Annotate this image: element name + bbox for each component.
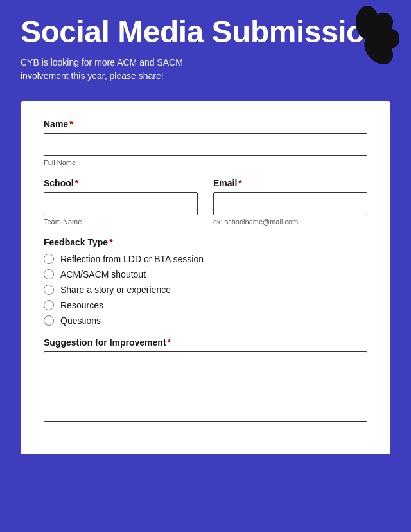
email-hint: ex: schoolname@mail.com (213, 218, 367, 226)
radio-resources[interactable] (44, 300, 54, 310)
header: Social Media Submission CYB is looking f… (0, 0, 411, 93)
email-field-group: Email* ex: schoolname@mail.com (213, 178, 367, 226)
school-label: School* (44, 178, 198, 188)
suggestion-field-group: Suggestion for Improvement* (44, 337, 367, 425)
school-email-row: School* Team Name Email* ex: schoolname@… (44, 178, 367, 237)
radio-acm-sacm[interactable] (44, 269, 54, 279)
email-label: Email* (213, 178, 367, 188)
name-hint: Full Name (44, 159, 367, 166)
suggestion-textarea[interactable] (44, 351, 367, 422)
radio-story[interactable] (44, 285, 54, 295)
radio-option-0[interactable]: Reflection from LDD or BTA session (44, 254, 367, 264)
radio-label-0: Reflection from LDD or BTA session (60, 254, 204, 264)
name-field-group: Name* Full Name (44, 119, 367, 166)
radio-reflection[interactable] (44, 254, 54, 264)
radio-label-3: Resources (60, 300, 103, 310)
form-container: Name* Full Name School* Team Name Email*… (21, 101, 390, 454)
radio-option-1[interactable]: ACM/SACM shoutout (44, 269, 367, 279)
radio-questions[interactable] (44, 315, 54, 326)
feedback-section: Feedback Type* Reflection from LDD or BT… (44, 237, 367, 326)
flower-decoration (335, 6, 399, 71)
radio-option-4[interactable]: Questions (44, 315, 367, 326)
suggestion-label: Suggestion for Improvement* (44, 337, 367, 348)
school-field-group: School* Team Name (44, 178, 198, 226)
email-input[interactable] (213, 192, 367, 215)
school-input[interactable] (44, 192, 198, 215)
radio-label-4: Questions (60, 315, 101, 326)
name-input[interactable] (44, 133, 367, 156)
radio-option-2[interactable]: Share a story or experience (44, 285, 367, 295)
school-hint: Team Name (44, 218, 198, 226)
radio-label-2: Share a story or experience (60, 285, 171, 295)
radio-option-3[interactable]: Resources (44, 300, 367, 310)
feedback-label: Feedback Type* (44, 237, 367, 247)
radio-label-1: ACM/SACM shoutout (60, 269, 146, 279)
name-label: Name* (44, 119, 367, 129)
